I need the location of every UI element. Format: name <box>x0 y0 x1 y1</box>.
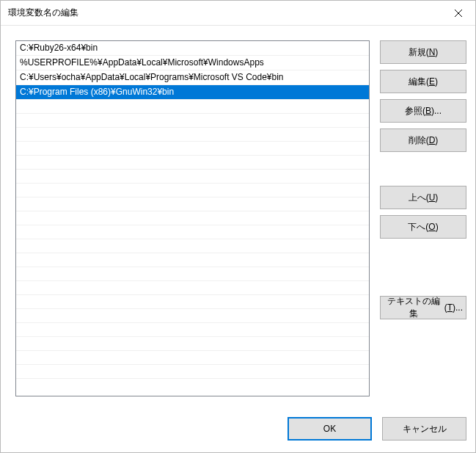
list-empty-row[interactable] <box>16 281 369 295</box>
list-empty-row[interactable] <box>16 197 369 211</box>
list-empty-row[interactable] <box>16 351 369 365</box>
list-empty-row[interactable] <box>16 253 369 267</box>
move-up-button[interactable]: 上へ(U) <box>380 186 466 209</box>
side-button-panel: 新規(N) 編集(E) 参照(B)... 削除(D) 上へ(U) 下へ(O) テ… <box>380 40 466 405</box>
list-empty-row[interactable] <box>16 365 369 379</box>
dialog-footer: OK キャンセル <box>1 414 475 452</box>
env-var-edit-dialog: 環境変数名の編集 C:¥Ruby26-x64¥bin%USERPROFILE%¥… <box>0 0 476 453</box>
list-empty-row[interactable] <box>16 239 369 253</box>
list-empty-row[interactable] <box>16 114 369 128</box>
list-empty-row[interactable] <box>16 323 369 337</box>
titlebar: 環境変数名の編集 <box>1 1 475 26</box>
new-button[interactable]: 新規(N) <box>380 40 466 64</box>
edit-button[interactable]: 編集(E) <box>380 70 466 93</box>
list-empty-row[interactable] <box>16 128 369 142</box>
list-empty-row[interactable] <box>16 170 369 184</box>
list-empty-row[interactable] <box>16 337 369 351</box>
dialog-content: C:¥Ruby26-x64¥bin%USERPROFILE%¥AppData¥L… <box>1 26 475 414</box>
list-item[interactable]: C:¥Program Files (x86)¥GnuWin32¥bin <box>16 85 369 100</box>
list-empty-row[interactable] <box>16 295 369 309</box>
list-empty-row[interactable] <box>16 211 369 225</box>
list-empty-row[interactable] <box>16 309 369 323</box>
move-down-button[interactable]: 下へ(O) <box>380 215 466 239</box>
list-empty-row[interactable] <box>16 156 369 170</box>
list-empty-row[interactable] <box>16 100 369 114</box>
list-empty-row[interactable] <box>16 267 369 281</box>
list-item[interactable]: C:¥Ruby26-x64¥bin <box>16 41 369 56</box>
browse-button[interactable]: 参照(B)... <box>380 99 466 123</box>
delete-button[interactable]: 削除(D) <box>380 128 466 152</box>
path-listbox[interactable]: C:¥Ruby26-x64¥bin%USERPROFILE%¥AppData¥L… <box>15 40 370 396</box>
list-empty-row[interactable] <box>16 184 369 197</box>
ok-button[interactable]: OK <box>288 417 372 441</box>
close-icon <box>455 10 462 17</box>
list-item[interactable]: C:¥Users¥ocha¥AppData¥Local¥Programs¥Mic… <box>16 70 369 85</box>
cancel-button[interactable]: キャンセル <box>382 417 466 441</box>
dialog-title: 環境変数名の編集 <box>8 7 78 19</box>
list-empty-row[interactable] <box>16 225 369 239</box>
edit-text-button[interactable]: テキストの編集(T)... <box>380 296 466 319</box>
close-button[interactable] <box>442 1 475 25</box>
list-empty-row[interactable] <box>16 142 369 156</box>
list-item[interactable]: %USERPROFILE%¥AppData¥Local¥Microsoft¥Wi… <box>16 56 369 70</box>
